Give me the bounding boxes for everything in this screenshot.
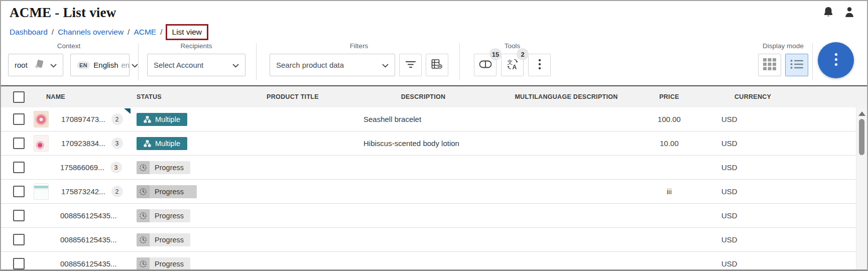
table-row[interactable]: 170897473... 2 Multiple Seashell bracele… [1, 107, 856, 131]
display-mode-label: Display mode [763, 42, 804, 50]
product-name: 175866069... [60, 163, 104, 172]
search-placeholder: Search product data [276, 61, 344, 69]
table-header: NAME STATUS PRODUCT TITLE DESCRIPTION MU… [1, 85, 867, 107]
context-node-value: root [15, 61, 28, 69]
breadcrumb-separator: / [128, 28, 130, 37]
status-label: Progress [150, 188, 197, 196]
currency-cell: USD [689, 235, 856, 244]
attributes-count-badge: 15 [489, 48, 502, 60]
grid-view-button[interactable] [758, 54, 781, 76]
row-checkbox[interactable] [13, 113, 25, 125]
table-row[interactable]: 008856125435... Progress USD [1, 228, 856, 252]
grid-view-icon [763, 58, 776, 72]
translate-button[interactable]: 2 文A [501, 54, 524, 76]
clock-icon [137, 161, 150, 174]
breadcrumb: Dashboard / Channels overview / ACME / L… [1, 21, 867, 40]
user-icon[interactable] [844, 6, 855, 18]
recipients-select[interactable]: Select Account [147, 54, 245, 76]
status-badge: Progress [137, 161, 190, 174]
column-header-status: STATUS [135, 93, 258, 100]
column-header-price: PRICE [649, 93, 689, 100]
clock-icon [137, 185, 150, 198]
currency-cell: USD [689, 115, 856, 123]
chevron-down-icon [382, 61, 389, 69]
display-mode-group: Display mode [758, 42, 808, 76]
row-checkbox[interactable] [13, 258, 25, 269]
language-code: en [121, 61, 130, 69]
product-thumbnail [34, 183, 49, 200]
more-tools-button[interactable] [528, 54, 551, 76]
scroll-up-icon[interactable] [858, 111, 865, 116]
bell-icon[interactable] [823, 6, 834, 18]
row-checkbox[interactable] [13, 210, 25, 221]
column-visibility-icon [431, 59, 443, 72]
status-badge: Progress [137, 233, 190, 246]
translate-icon: 文A [507, 58, 519, 72]
chevron-down-icon [132, 61, 138, 69]
breadcrumb-current: List view [166, 24, 208, 40]
filter-button[interactable] [399, 54, 422, 76]
table-row[interactable]: 008856125435... Progress USD [1, 204, 856, 228]
product-name: 170897473... [61, 115, 105, 123]
column-header-product-title: PRODUCT TITLE [258, 93, 363, 100]
translation-count-badge: 2 [517, 48, 529, 60]
row-checkbox[interactable] [13, 138, 25, 149]
table-row[interactable]: 008856125435... Progress USD [1, 252, 856, 271]
recipients-label: Recipients [180, 42, 212, 50]
currency-cell: USD [689, 211, 856, 220]
status-badge: Multiple [137, 113, 187, 126]
status-badge: Progress [137, 185, 197, 198]
chevron-down-icon [232, 61, 239, 69]
language-name: English [93, 61, 118, 69]
product-name: 175873242... [61, 187, 105, 196]
currency-cell: USD [689, 187, 856, 196]
table-row[interactable]: 175866069... 3 Progress USD [1, 156, 856, 180]
row-checkbox[interactable] [13, 162, 25, 173]
attributes-toggle-button[interactable]: 15 [474, 54, 497, 76]
table-row[interactable]: 170923834... 3 Multiple Hibiscus-scented… [1, 131, 856, 156]
clock-icon [137, 209, 150, 222]
row-checkbox[interactable] [13, 186, 25, 197]
select-all-checkbox[interactable] [13, 91, 25, 103]
breadcrumb-link-dashboard[interactable]: Dashboard [10, 28, 48, 37]
breadcrumb-link-acme[interactable]: ACME [134, 28, 156, 37]
page-title: ACME - List view [1, 1, 867, 21]
table-body: 170897473... 2 Multiple Seashell bracele… [1, 107, 867, 271]
currency-cell: USD [689, 259, 856, 268]
more-actions-icon [834, 53, 838, 68]
chevron-down-icon [50, 61, 57, 69]
breadcrumb-separator: / [52, 28, 54, 37]
context-language-select[interactable]: EN English en [70, 54, 130, 76]
sitemap-icon [144, 140, 151, 147]
product-thumbnail [34, 111, 49, 127]
product-name: 008856125435... [60, 259, 117, 268]
description-cell: Seashell bracelet [363, 115, 483, 123]
toolbar-divider [459, 43, 460, 80]
clock-icon [137, 257, 150, 270]
currency-cell: USD [689, 163, 856, 172]
context-node-select[interactable]: root [8, 54, 63, 76]
product-thumbnail [34, 135, 49, 152]
row-checkbox[interactable] [13, 234, 25, 245]
product-name: 008856125435... [60, 211, 117, 220]
breadcrumb-separator: / [160, 28, 162, 37]
variant-count-badge: 2 [111, 186, 123, 197]
status-label: Progress [150, 260, 190, 268]
column-settings-button[interactable] [426, 54, 448, 76]
table-row[interactable]: 175873242... 2 Progress iii USD [1, 180, 856, 204]
price-cell: iii [649, 187, 689, 196]
toolbar: Context root EN English en Rec [1, 39, 867, 85]
scrollbar-thumb[interactable] [859, 119, 864, 155]
status-label: Multiple [155, 140, 180, 148]
filters-group: Filters Search product data [270, 42, 448, 76]
list-view-button[interactable] [785, 54, 808, 76]
product-search-select[interactable]: Search product data [270, 54, 395, 76]
vertical-scrollbar[interactable] [856, 107, 867, 269]
clock-icon [137, 233, 150, 246]
breadcrumb-link-channels-overview[interactable]: Channels overview [58, 28, 123, 37]
toolbar-divider [812, 43, 813, 80]
currency-cell: USD [689, 139, 856, 148]
product-name: 170923834... [61, 139, 105, 148]
primary-actions-fab[interactable] [818, 42, 854, 78]
context-label: Context [57, 42, 81, 50]
